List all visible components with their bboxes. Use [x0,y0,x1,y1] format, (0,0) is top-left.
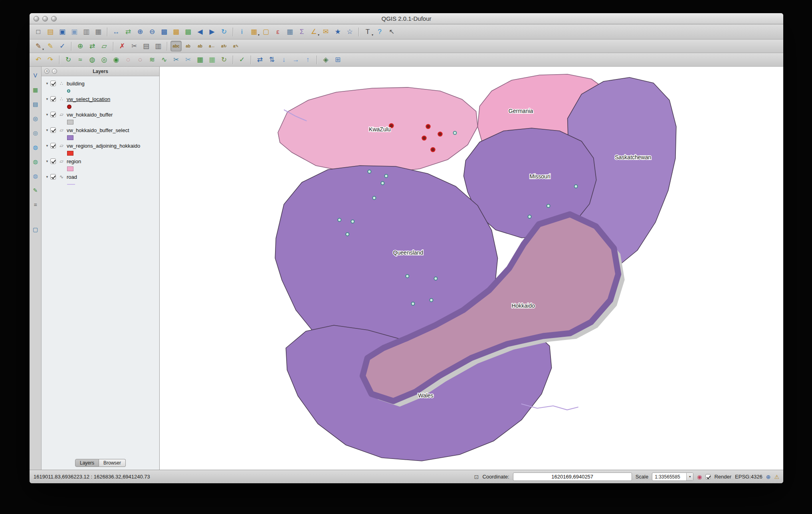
new-print-composer-icon[interactable]: ▥ [81,26,92,37]
add-vector-layer-icon[interactable]: V [31,71,40,80]
layer-visibility-checkbox[interactable] [50,143,56,148]
zoom-to-selection-icon[interactable]: ▩ [170,26,182,37]
map-tips-icon[interactable]: ✉ [320,26,331,37]
fill-ring-icon[interactable]: ◉ [111,54,122,65]
tab-browser[interactable]: Browser [99,459,126,467]
node-tool-icon[interactable]: ▱ [99,41,110,51]
crs-status-icon[interactable]: ⊕ [766,474,771,480]
zoom-full-icon[interactable]: ▩ [158,26,170,37]
offset-curve-icon[interactable]: ≋ [147,54,158,65]
open-project-icon[interactable]: ▤ [45,26,56,37]
panel-close-button[interactable]: × [44,69,50,74]
paste-features-icon[interactable]: ▥ [152,41,164,51]
layer-name[interactable]: vw_select_location [67,96,110,102]
pin-labels-icon[interactable]: ab [182,41,194,51]
crs-indicator[interactable]: EPSG:4326 [735,474,762,480]
add-spatialite-layer-icon[interactable]: ◎ [31,114,40,123]
whats-this-icon[interactable]: ↖ [386,26,397,37]
coordinate-input[interactable] [513,472,632,481]
pan-to-selection-icon[interactable]: ⇄ [123,26,134,37]
layer-name[interactable]: region [67,158,81,164]
layer-name[interactable]: vw_hokkaido_buffer [67,112,113,118]
osm-export-topology-icon[interactable]: ↑ [302,54,313,65]
render-checkbox[interactable] [705,474,711,479]
add-part-icon[interactable]: ◎ [99,54,110,65]
new-shapefile-layer-icon[interactable]: ✎ [31,186,40,195]
layer-visibility-checkbox[interactable] [50,81,56,86]
delete-part-icon[interactable]: ◌ [135,54,146,65]
undo-icon[interactable]: ↶ [33,54,44,65]
refresh-map-icon[interactable]: ↻ [218,26,230,37]
show-bookmarks-icon[interactable]: ☆ [344,26,355,37]
layer-name[interactable]: vw_regions_adjoining_hokkaido [67,143,140,149]
merge-feature-attributes-icon[interactable]: ▦ [206,54,218,65]
disclosure-triangle[interactable]: ▼ [44,82,50,85]
gps-tools-icon[interactable]: ◈ [320,54,331,65]
disclosure-triangle[interactable]: ▼ [44,97,50,101]
pan-map-icon[interactable]: ↔ [111,26,122,37]
highlight-labels-icon[interactable]: ab [194,41,206,51]
open-attribute-table-icon[interactable]: ▦ [284,26,295,37]
zoom-out-icon[interactable]: ⊖ [147,26,158,37]
rotate-feature-icon[interactable]: ↻ [63,54,74,65]
disclosure-triangle[interactable]: ▼ [44,175,50,179]
disclosure-triangle[interactable]: ▼ [44,144,50,148]
tab-layers[interactable]: Layers [75,459,99,467]
stop-rendering-icon[interactable]: ◉ [697,474,702,480]
close-window-button[interactable] [34,16,39,22]
rotate-point-symbols-icon[interactable]: ↻ [218,54,230,65]
panel-float-button[interactable]: ◦ [52,69,57,74]
change-label-properties-icon[interactable]: a✎ [230,41,242,51]
scale-combobox[interactable]: 1:33565585 ▾ [652,472,693,481]
add-ring-icon[interactable]: ◍ [87,54,98,65]
disclosure-triangle[interactable]: ▼ [44,160,50,163]
save-project-icon[interactable]: ▣ [57,26,68,37]
identify-features-icon[interactable]: i [236,26,248,37]
deselect-features-icon[interactable]: ▢ [260,26,271,37]
new-spatialite-layer-icon[interactable]: ▢ [31,225,40,234]
synchronize-offline-edits-icon[interactable]: ⇅ [266,54,277,65]
zoom-last-icon[interactable]: ◀ [194,26,206,37]
add-mssql-layer-icon[interactable]: ◎ [31,128,40,138]
merge-features-icon[interactable]: ▦ [194,54,206,65]
redo-icon[interactable]: ↷ [45,54,56,65]
layer-labeling-icon[interactable]: abc [170,41,182,51]
add-delimited-text-layer-icon[interactable]: ≡ [31,200,40,210]
add-wcs-layer-icon[interactable]: ◍ [31,157,40,166]
new-project-icon[interactable]: □ [33,26,44,37]
osm-import-topology-icon[interactable]: → [290,54,301,65]
add-wfs-layer-icon[interactable]: ◍ [31,171,40,181]
select-by-expression-icon[interactable]: ε [272,26,283,37]
copy-features-icon[interactable]: ▤ [141,41,152,51]
check-geometry-validity-icon[interactable]: ✓ [236,54,248,65]
layer-visibility-checkbox[interactable] [50,112,56,117]
minimize-window-button[interactable] [42,16,48,22]
move-label-icon[interactable]: a↔ [206,41,218,51]
move-feature-icon[interactable]: ⇄ [87,41,98,51]
composer-manager-icon[interactable]: ▦ [93,26,104,37]
layer-visibility-checkbox[interactable] [50,127,56,133]
new-bookmark-icon[interactable]: ★ [332,26,343,37]
field-calculator-icon[interactable]: Σ [296,26,307,37]
layer-name[interactable]: building [67,81,85,87]
zoom-to-layer-icon[interactable]: ▩ [182,26,194,37]
disclosure-triangle[interactable]: ▼ [44,113,50,117]
title-bar[interactable]: QGIS 2.0.1-Dufour [30,13,783,24]
simplify-feature-icon[interactable]: ≈ [75,54,86,65]
convert-to-offline-project-icon[interactable]: ⇄ [254,54,265,65]
layer-visibility-checkbox[interactable] [50,174,56,180]
add-raster-layer-icon[interactable]: ▦ [31,85,40,95]
save-layer-edits-icon[interactable]: ✓ [57,41,68,51]
add-wms-layer-icon[interactable]: ◍ [31,142,40,152]
map-canvas[interactable]: KwaZulu Germania Saskatchewan Missouri Q… [160,67,783,470]
add-postgis-layer-icon[interactable]: ▤ [31,99,40,109]
layer-name[interactable]: road [67,174,77,180]
split-parts-icon[interactable]: ✂ [182,54,194,65]
toggle-editing-icon[interactable]: ✎ [45,41,56,51]
messages-icon[interactable]: ⚠ [774,474,779,480]
osm-download-data-icon[interactable]: ↓ [278,54,289,65]
split-features-icon[interactable]: ✂ [170,54,182,65]
zoom-in-icon[interactable]: ⊕ [135,26,146,37]
text-annotation-icon[interactable]: T▾ [362,26,373,37]
plugin-manager-icon[interactable]: ⊞ [332,54,343,65]
